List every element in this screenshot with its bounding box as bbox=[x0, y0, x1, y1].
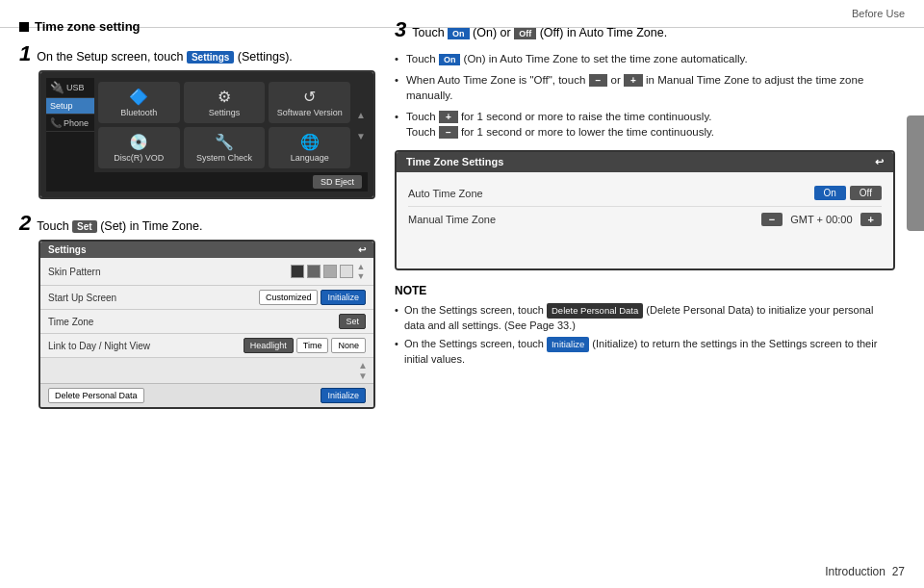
setup-icons-area: 🔷Bluetooth ⚙Settings ↺Software Version 💿… bbox=[94, 78, 354, 172]
off-badge: Off bbox=[514, 28, 536, 39]
delete-personal-data-btn[interactable]: Delete Personal Data bbox=[48, 388, 144, 403]
page-section-label: Before Use bbox=[852, 8, 905, 19]
tz-screen: Time Zone Settings ↩ Auto Time Zone On O… bbox=[395, 150, 895, 270]
setup-screen: 🔌 USB Setup 📞 Phone bbox=[40, 72, 373, 197]
section-tab bbox=[907, 115, 924, 231]
tz-body: Auto Time Zone On Off Manual Time Zone −… bbox=[397, 172, 893, 268]
setup-icon-settings: ⚙Settings bbox=[184, 82, 266, 123]
none-btn[interactable]: None bbox=[331, 338, 366, 353]
step-2-number: 2 bbox=[19, 213, 31, 234]
time-btn[interactable]: Time bbox=[296, 338, 329, 353]
tz-manual-controls: − GMT + 00:00 + bbox=[761, 213, 882, 226]
tz-on-button[interactable]: On bbox=[814, 186, 846, 200]
link-value: Headlight Time None bbox=[244, 338, 366, 353]
setup-left-phone: 📞 Phone bbox=[46, 115, 94, 132]
initialize-badge: Initialize bbox=[547, 337, 589, 351]
step-3-header: 3 Touch On (On) or Off (Off) in Auto Tim… bbox=[395, 19, 895, 40]
on-badge: On bbox=[448, 28, 470, 39]
setup-icon-language: 🌐Language bbox=[269, 127, 350, 168]
tz-back-icon[interactable]: ↩ bbox=[875, 156, 884, 168]
setup-icon-vod: 💿Disc(R) VOD bbox=[98, 127, 180, 168]
section-bullet bbox=[19, 22, 29, 32]
tz-spacer bbox=[408, 232, 882, 261]
step-1-text: On the Setup screen, touch Settings (Set… bbox=[37, 50, 293, 64]
swatch-lighter[interactable] bbox=[340, 265, 353, 278]
setup-icon-software: ↺Software Version bbox=[269, 82, 350, 123]
settings-row-startup: Start Up Screen Customized Initialize bbox=[40, 286, 373, 310]
setup-left-panel: 🔌 USB Setup 📞 Phone bbox=[46, 78, 94, 172]
settings-back-icon[interactable]: ↩ bbox=[358, 244, 366, 255]
step-3-text: Touch On (On) or Off (Off) in Auto Time … bbox=[412, 26, 667, 39]
tz-minus-button[interactable]: − bbox=[761, 213, 783, 226]
step-3-bullets: Touch On (On) in Auto Time Zone to set t… bbox=[395, 48, 895, 142]
page-number: Introduction 27 bbox=[825, 565, 905, 578]
headlight-btn[interactable]: Headlight bbox=[244, 338, 294, 353]
sd-eject-button[interactable]: SD Eject bbox=[313, 175, 362, 189]
plus-badge-inline: + bbox=[624, 74, 643, 87]
minus-badge-2: − bbox=[439, 126, 458, 139]
bullet-1: Touch On (On) in Auto Time Zone to set t… bbox=[395, 48, 895, 69]
settings-screen: Settings ↩ Skin Pattern ▲▼ bbox=[40, 242, 373, 407]
timezone-value: Set bbox=[339, 314, 366, 329]
swatch-light[interactable] bbox=[323, 265, 337, 278]
settings-row-skin: Skin Pattern ▲▼ bbox=[40, 258, 373, 286]
delete-personal-data-badge: Delete Personal Data bbox=[547, 303, 643, 318]
tz-auto-label: Auto Time Zone bbox=[408, 188, 483, 199]
settings-scroll: ▲▼ bbox=[356, 360, 370, 381]
note-item-2: On the Settings screen, touch Initialize… bbox=[395, 335, 895, 369]
tz-row-auto: Auto Time Zone On Off bbox=[408, 180, 882, 207]
setup-scroll: ▲▼ bbox=[354, 78, 368, 172]
setup-bottom-bar: SD Eject bbox=[46, 172, 368, 192]
step-1-number: 1 bbox=[19, 43, 31, 64]
customized-btn[interactable]: Customized bbox=[259, 290, 319, 305]
tz-gmt-text: GMT + 00:00 bbox=[786, 214, 856, 225]
settings-bottom: Delete Personal Data Initialize bbox=[40, 383, 373, 407]
setup-content: 🔌 USB Setup 📞 Phone bbox=[46, 78, 368, 172]
tz-manual-label: Manual Time Zone bbox=[408, 214, 496, 225]
initialize-btn-startup[interactable]: Initialize bbox=[321, 290, 366, 305]
tz-title: Time Zone Settings bbox=[406, 156, 503, 168]
link-label: Link to Day / Night View bbox=[48, 341, 150, 351]
swatch-dark[interactable] bbox=[291, 265, 304, 278]
set-badge: Set bbox=[72, 220, 97, 233]
on-badge-inline: On bbox=[439, 54, 461, 65]
left-column: Time zone setting 1 On the Setup screen,… bbox=[19, 19, 375, 559]
settings-row-timezone: Time Zone Set bbox=[40, 310, 373, 334]
section-title: Time zone setting bbox=[19, 19, 375, 34]
settings-row-link: Link to Day / Night View Headlight Time … bbox=[40, 334, 373, 358]
timezone-label: Time Zone bbox=[48, 317, 93, 327]
settings-title-bar: Settings ↩ bbox=[40, 242, 373, 258]
setup-icon-syscheck: 🔧System Check bbox=[184, 127, 266, 168]
right-column: 3 Touch On (On) or Off (Off) in Auto Tim… bbox=[395, 19, 895, 559]
note-item-1: On the Settings screen, touch Delete Per… bbox=[395, 301, 895, 335]
tz-plus-button[interactable]: + bbox=[860, 213, 882, 226]
skin-label: Skin Pattern bbox=[48, 267, 100, 277]
step-2: 2 Touch Set (Set) in Time Zone. Settings… bbox=[19, 213, 375, 409]
initialize-btn-bottom[interactable]: Initialize bbox=[321, 388, 366, 403]
plus-badge-2: + bbox=[439, 111, 458, 123]
setup-left-setup: Setup bbox=[46, 98, 94, 115]
startup-label: Start Up Screen bbox=[48, 293, 116, 303]
step-3: 3 Touch On (On) or Off (Off) in Auto Tim… bbox=[395, 19, 895, 270]
settings-badge: Settings bbox=[187, 51, 234, 64]
main-content: Time zone setting 1 On the Setup screen,… bbox=[19, 19, 895, 559]
setup-icon-bluetooth: 🔷Bluetooth bbox=[98, 82, 180, 123]
setup-screen-mockup: 🔌 USB Setup 📞 Phone bbox=[38, 70, 375, 199]
note-title: NOTE bbox=[395, 284, 895, 297]
setup-icons-grid: 🔷Bluetooth ⚙Settings ↺Software Version 💿… bbox=[94, 78, 354, 172]
step-2-text: Touch Set (Set) in Time Zone. bbox=[37, 219, 202, 233]
tz-auto-controls: On Off bbox=[814, 186, 883, 200]
step-1: 1 On the Setup screen, touch Settings (S… bbox=[19, 43, 375, 199]
swatch-mid[interactable] bbox=[307, 265, 321, 278]
set-btn[interactable]: Set bbox=[339, 314, 366, 329]
settings-title: Settings bbox=[48, 244, 86, 255]
startup-value: Customized Initialize bbox=[259, 290, 366, 305]
note-section: NOTE On the Settings screen, touch Delet… bbox=[395, 284, 895, 369]
tz-row-manual: Manual Time Zone − GMT + 00:00 + bbox=[408, 207, 882, 232]
bullet-3: Touch + for 1 second or more to raise th… bbox=[395, 106, 895, 142]
skin-scroll: ▲▼ bbox=[356, 262, 366, 281]
tz-off-button[interactable]: Off bbox=[850, 186, 882, 200]
step-3-number: 3 bbox=[395, 19, 406, 40]
step-1-header: 1 On the Setup screen, touch Settings (S… bbox=[19, 43, 375, 64]
minus-badge: − bbox=[589, 74, 608, 87]
